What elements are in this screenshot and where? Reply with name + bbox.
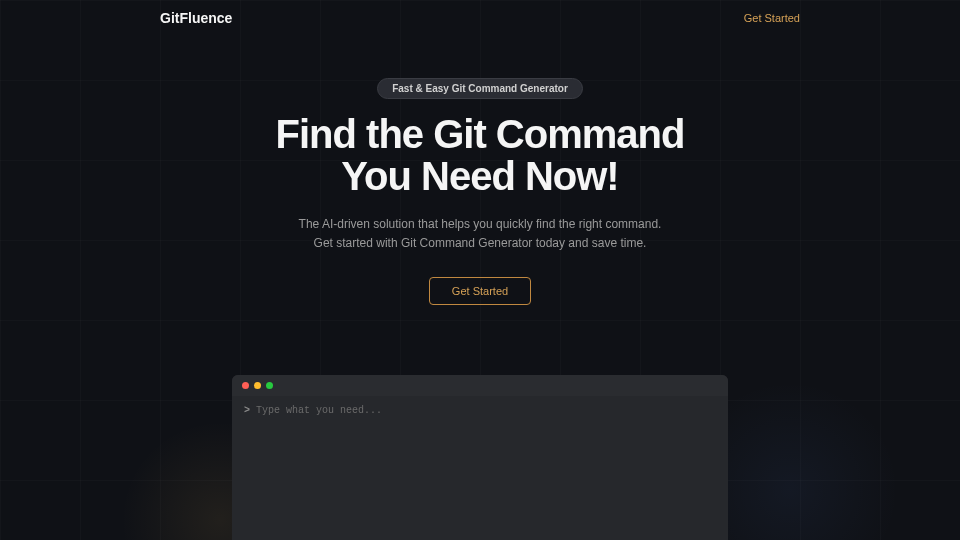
- window-minimize-icon: [254, 382, 261, 389]
- command-input[interactable]: [256, 405, 716, 416]
- window-close-icon: [242, 382, 249, 389]
- hero-section: Fast & Easy Git Command Generator Find t…: [0, 36, 960, 305]
- nav-get-started-link[interactable]: Get Started: [744, 12, 800, 24]
- hero-subtitle-line1: The AI-driven solution that helps you qu…: [299, 217, 662, 231]
- terminal-titlebar: [232, 375, 728, 396]
- site-header: GitFluence Get Started: [0, 0, 960, 36]
- hero-title-line2: You Need Now!: [341, 154, 618, 198]
- hero-title: Find the Git Command You Need Now!: [0, 113, 960, 197]
- hero-subtitle: The AI-driven solution that helps you qu…: [0, 215, 960, 253]
- prompt-symbol: >: [244, 405, 250, 416]
- hero-title-line1: Find the Git Command: [276, 112, 685, 156]
- logo[interactable]: GitFluence: [160, 10, 232, 26]
- terminal-window: >: [232, 375, 728, 540]
- terminal-container: >: [0, 375, 960, 540]
- window-maximize-icon: [266, 382, 273, 389]
- tagline-badge: Fast & Easy Git Command Generator: [377, 78, 583, 99]
- terminal-body: >: [232, 396, 728, 540]
- get-started-button[interactable]: Get Started: [429, 277, 531, 305]
- prompt-line: >: [244, 405, 716, 416]
- hero-subtitle-line2: Get started with Git Command Generator t…: [314, 236, 647, 250]
